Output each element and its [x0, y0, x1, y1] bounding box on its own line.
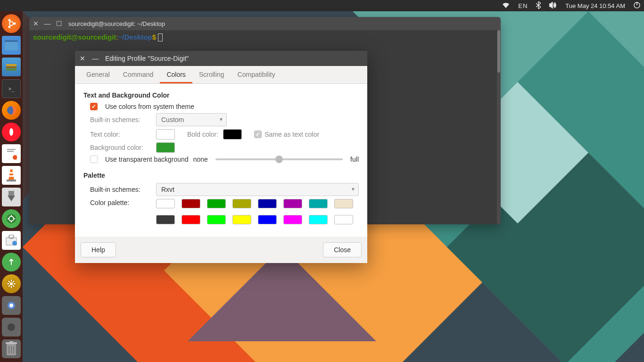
palette-swatch-9[interactable]: [182, 215, 200, 224]
palette-grid: [156, 199, 353, 224]
palette-swatch-11[interactable]: [232, 215, 251, 224]
launcher-dock: >_: [0, 11, 23, 362]
close-icon[interactable]: ✕: [80, 55, 85, 62]
background-color-label: Background color:: [90, 144, 151, 151]
palette-swatch-8[interactable]: [156, 215, 175, 224]
tab-content-colors: Text and Background Color Use colors fro…: [75, 84, 367, 237]
clock[interactable]: Tue May 24 10:54 AM: [565, 2, 625, 9]
terminal-launcher-icon[interactable]: >_: [2, 79, 21, 98]
svg-rect-18: [6, 66, 17, 68]
builtin-schemes-label: Built-in schemes:: [90, 116, 151, 123]
vlc-icon[interactable]: [2, 166, 21, 185]
svg-point-12: [14, 23, 16, 25]
trash-icon[interactable]: [2, 339, 21, 358]
prompt-user: sourcedigit: [33, 33, 71, 41]
language-indicator[interactable]: EN: [518, 2, 528, 9]
bold-color-label: Bold color:: [187, 131, 218, 138]
palette-swatch-13[interactable]: [283, 215, 302, 224]
close-icon[interactable]: ✕: [33, 21, 38, 26]
svg-point-40: [10, 282, 13, 285]
software-center-icon[interactable]: [2, 231, 21, 250]
transparency-slider: [215, 158, 343, 160]
svg-rect-49: [11, 346, 12, 354]
svg-rect-16: [5, 42, 18, 50]
svg-point-42: [9, 304, 13, 307]
svg-marker-32: [8, 196, 15, 201]
bluetooth-icon[interactable]: [536, 1, 541, 10]
terminal-cursor: [158, 33, 163, 41]
palette-swatch-10[interactable]: [207, 215, 226, 224]
volume-icon[interactable]: [549, 2, 557, 10]
dialog-title: Editing Profile "Source-Digit": [105, 55, 189, 62]
usb-creator-icon[interactable]: [2, 253, 21, 272]
palette-builtin-select[interactable]: Rxvt: [156, 183, 359, 196]
maximize-icon[interactable]: ☐: [57, 21, 62, 26]
use-system-theme-label: Use colors from system theme: [105, 103, 194, 110]
same-as-text-checkbox: [254, 131, 262, 138]
app-icon-1[interactable]: [2, 296, 21, 315]
svg-rect-47: [9, 341, 13, 343]
prompt-dollar: $: [152, 33, 156, 41]
minimize-icon[interactable]: —: [92, 55, 99, 62]
transmission-icon[interactable]: [2, 188, 21, 206]
terminal-title: sourcedigit@sourcedigit: ~/Desktop: [68, 20, 165, 27]
close-button[interactable]: Close: [323, 242, 362, 257]
use-transparent-label: Use transparent background: [105, 156, 189, 163]
svg-marker-27: [8, 169, 14, 180]
use-transparent-checkbox[interactable]: [90, 156, 98, 163]
settings-icon[interactable]: [2, 274, 21, 293]
minimize-icon[interactable]: —: [45, 21, 50, 26]
terminal-body[interactable]: sourcedigit@sourcedigit:~/Desktop$: [29, 30, 501, 44]
wifi-icon[interactable]: [502, 2, 510, 9]
file-manager-icon[interactable]: [2, 58, 21, 76]
tab-compatibility[interactable]: Compatibility: [231, 66, 282, 83]
palette-swatch-15[interactable]: [334, 215, 353, 224]
tab-general[interactable]: General: [80, 66, 116, 83]
palette-swatch-3[interactable]: [232, 199, 251, 208]
background-color-swatch: [156, 142, 175, 153]
palette-swatch-6[interactable]: [309, 199, 328, 208]
prompt-path: ~/Desktop: [118, 33, 152, 41]
use-system-theme-checkbox[interactable]: [90, 103, 98, 110]
svg-rect-25: [7, 151, 14, 152]
svg-rect-28: [9, 172, 13, 173]
palette-swatch-5[interactable]: [283, 199, 302, 208]
palette-swatch-1[interactable]: [182, 199, 200, 208]
firefox-icon[interactable]: [2, 101, 21, 120]
palette-swatch-0[interactable]: [156, 199, 175, 208]
help-button[interactable]: Help: [81, 242, 116, 257]
app-icon-2[interactable]: [2, 318, 21, 337]
section-text-bg: Text and Background Color: [83, 91, 359, 99]
color-palette-label: Color palette:: [90, 199, 151, 206]
browser-icon[interactable]: [2, 123, 21, 141]
svg-point-13: [8, 19, 11, 22]
tab-scrolling[interactable]: Scrolling: [192, 66, 231, 83]
tab-strip: General Command Colors Scrolling Compati…: [75, 66, 367, 84]
dash-icon[interactable]: [2, 14, 21, 33]
palette-builtin-label: Built-in schemes:: [90, 186, 151, 193]
prompt-at: @: [71, 33, 78, 41]
palette-swatch-2[interactable]: [207, 199, 226, 208]
screenshot-icon[interactable]: [2, 209, 21, 228]
svg-point-22: [9, 128, 13, 136]
palette-swatch-7[interactable]: [334, 199, 353, 208]
same-as-text-label: Same as text color: [264, 131, 319, 138]
files-icon[interactable]: [2, 36, 21, 55]
svg-rect-19: [6, 69, 17, 71]
tab-colors[interactable]: Colors: [160, 66, 192, 83]
profile-dialog: ✕ — Editing Profile "Source-Digit" Gener…: [75, 51, 367, 263]
svg-rect-48: [8, 346, 9, 354]
svg-point-43: [8, 323, 15, 331]
palette-swatch-14[interactable]: [309, 215, 328, 224]
text-editor-icon[interactable]: [2, 144, 21, 163]
dialog-titlebar[interactable]: ✕ — Editing Profile "Source-Digit": [75, 51, 367, 66]
palette-swatch-12[interactable]: [258, 215, 277, 224]
svg-point-14: [8, 26, 11, 28]
palette-swatch-4[interactable]: [258, 199, 277, 208]
section-palette: Palette: [83, 172, 359, 179]
tab-command[interactable]: Command: [116, 66, 160, 83]
session-icon[interactable]: [634, 2, 640, 10]
svg-rect-31: [8, 191, 14, 196]
terminal-scrollbar[interactable]: [497, 30, 501, 224]
terminal-titlebar[interactable]: ✕ — ☐ sourcedigit@sourcedigit: ~/Desktop: [29, 17, 501, 30]
